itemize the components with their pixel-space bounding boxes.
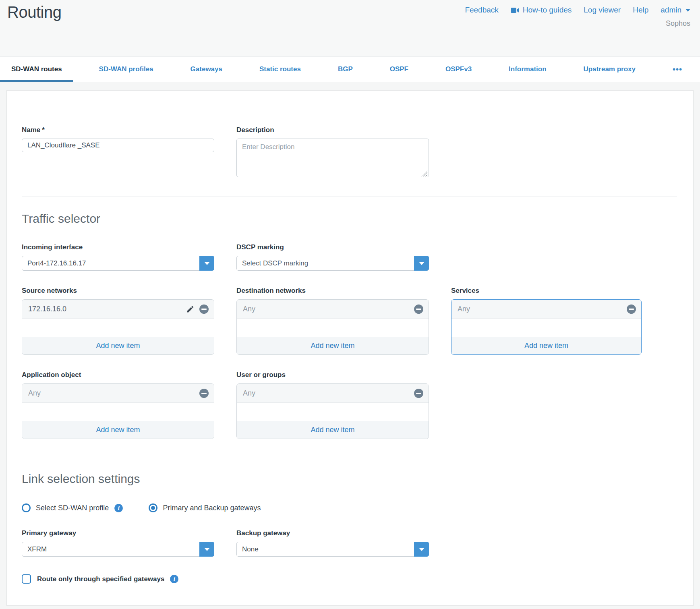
primary-gateway-select[interactable]: XFRM — [22, 542, 214, 557]
application-object-label: Application object — [22, 371, 214, 379]
listbox-spacer — [451, 319, 641, 337]
tab-sdwan-routes[interactable]: SD-WAN routes — [0, 57, 73, 82]
remove-item-icon[interactable] — [627, 304, 636, 314]
listbox-spacer — [22, 319, 214, 337]
backup-gateway-select[interactable]: None — [236, 542, 429, 557]
add-new-item-button[interactable]: Add new item — [237, 337, 429, 354]
listbox-spacer — [237, 319, 429, 337]
tab-sdwan-profiles[interactable]: SD-WAN profiles — [88, 57, 165, 82]
route-only-checkbox-row: Route only through specified gateways i — [22, 574, 677, 584]
services-label: Services — [451, 287, 642, 295]
page-title: Routing — [7, 3, 61, 21]
top-links: Feedback How-to guides Log viewer Help a… — [465, 6, 690, 14]
list-item: Any — [22, 384, 214, 403]
info-icon[interactable]: i — [114, 504, 123, 512]
list-item: Any — [237, 300, 429, 319]
log-viewer-link[interactable]: Log viewer — [584, 6, 621, 14]
top-bar: Routing Feedback How-to guides Log viewe… — [0, 0, 700, 56]
remove-item-icon[interactable] — [199, 389, 209, 398]
add-new-item-button[interactable]: Add new item — [22, 421, 214, 439]
feedback-link[interactable]: Feedback — [465, 6, 498, 14]
link-selection-heading: Link selection settings — [22, 472, 677, 486]
source-networks-label: Source networks — [22, 287, 214, 295]
link-selection-radio-row: Select SD-WAN profile i Primary and Back… — [22, 503, 677, 512]
dscp-marking-select[interactable]: Select DSCP marking — [236, 256, 429, 271]
tab-static-routes[interactable]: Static routes — [248, 57, 312, 82]
user-or-groups-label: User or groups — [236, 371, 429, 379]
list-item: Any — [451, 300, 641, 319]
tab-gateways[interactable]: Gateways — [179, 57, 234, 82]
application-object-listbox: Any Add new item — [22, 383, 214, 439]
remove-item-icon[interactable] — [414, 304, 423, 314]
tab-bgp[interactable]: BGP — [327, 57, 364, 82]
traffic-selector-heading: Traffic selector — [22, 212, 677, 226]
source-networks-listbox: 172.16.16.0 Add new item — [22, 299, 214, 355]
tab-ospfv3[interactable]: OSPFv3 — [434, 57, 483, 82]
dropdown-button[interactable] — [199, 542, 214, 557]
howto-guides-link[interactable]: How-to guides — [511, 6, 572, 14]
list-item: 172.16.16.0 — [22, 300, 214, 319]
services-listbox: Any Add new item — [451, 299, 642, 355]
backup-gateway-label: Backup gateway — [236, 529, 429, 537]
tab-upstream-proxy[interactable]: Upstream proxy — [572, 57, 647, 82]
radio-select-sdwan-profile[interactable]: Select SD-WAN profile i — [22, 503, 123, 512]
edit-pencil-icon[interactable] — [186, 305, 195, 313]
user-or-groups-listbox: Any Add new item — [236, 383, 429, 439]
help-link[interactable]: Help — [633, 6, 648, 14]
remove-item-icon[interactable] — [199, 304, 209, 314]
chevron-down-icon — [204, 262, 210, 265]
description-label: Description — [236, 126, 429, 134]
section-divider — [22, 457, 677, 457]
dropdown-button[interactable] — [414, 256, 429, 271]
radio-icon[interactable] — [149, 503, 157, 512]
tab-information[interactable]: Information — [497, 57, 558, 82]
dscp-marking-label: DSCP marking — [236, 243, 429, 251]
radio-primary-backup-gateways[interactable]: Primary and Backup gateways — [149, 503, 261, 512]
dropdown-button[interactable] — [414, 542, 429, 557]
chevron-down-icon — [204, 548, 210, 551]
brand-label: Sophos — [666, 19, 690, 28]
add-new-item-button[interactable]: Add new item — [22, 337, 214, 354]
destination-networks-listbox: Any Add new item — [236, 299, 429, 355]
tabs-overflow-button[interactable]: ••• — [661, 57, 694, 82]
chevron-down-icon — [686, 9, 690, 12]
chevron-down-icon — [419, 262, 425, 265]
admin-menu[interactable]: admin — [661, 6, 690, 14]
dropdown-button[interactable] — [199, 256, 214, 271]
incoming-interface-select[interactable]: Port4-172.16.16.17 — [22, 256, 214, 271]
tab-bar: SD-WAN routes SD-WAN profiles Gateways S… — [0, 56, 700, 82]
video-camera-icon — [511, 7, 520, 13]
destination-networks-label: Destination networks — [236, 287, 429, 295]
listbox-spacer — [237, 403, 429, 421]
add-new-item-button[interactable]: Add new item — [451, 337, 641, 354]
tab-ospf[interactable]: OSPF — [379, 57, 420, 82]
chevron-down-icon — [419, 548, 425, 551]
name-label: Name* — [22, 126, 214, 134]
remove-item-icon[interactable] — [414, 389, 423, 398]
info-icon[interactable]: i — [170, 575, 178, 583]
list-item: Any — [237, 384, 429, 403]
description-input[interactable] — [236, 139, 429, 177]
radio-icon[interactable] — [22, 503, 31, 512]
form-card: Name* Description Traffic selector Incom… — [6, 90, 694, 606]
section-divider — [22, 197, 677, 197]
incoming-interface-label: Incoming interface — [22, 243, 214, 251]
route-only-checkbox[interactable] — [22, 574, 31, 584]
name-input[interactable] — [22, 139, 214, 152]
add-new-item-button[interactable]: Add new item — [237, 421, 429, 439]
primary-gateway-label: Primary gateway — [22, 529, 214, 537]
listbox-spacer — [22, 403, 214, 421]
